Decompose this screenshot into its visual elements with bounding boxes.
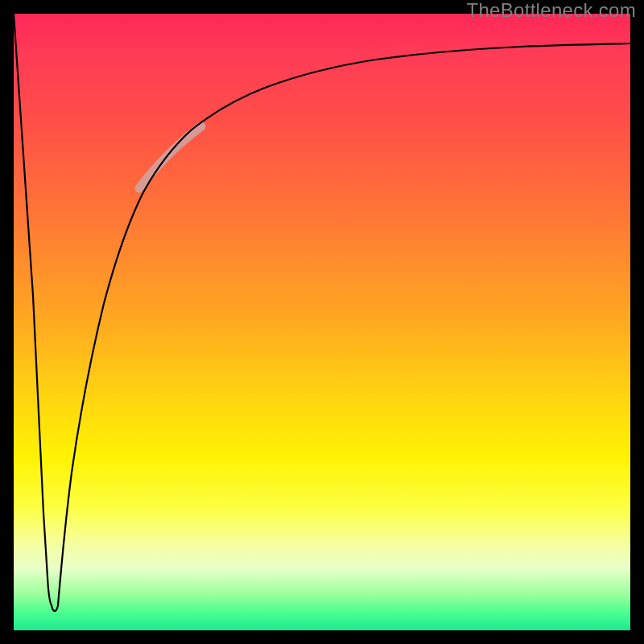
bottleneck-chart: TheBottleneck.com (0, 0, 644, 644)
chart-frame (0, 0, 644, 644)
